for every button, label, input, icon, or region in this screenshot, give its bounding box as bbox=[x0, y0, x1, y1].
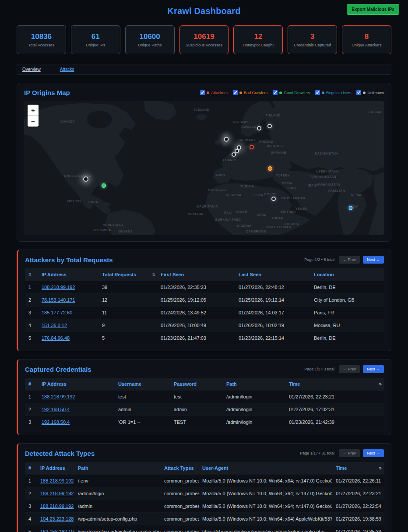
ip-address-link[interactable]: 188.218.99.192 bbox=[40, 491, 74, 496]
next-page-button[interactable]: Next → bbox=[363, 256, 384, 264]
map-marker-unknown[interactable] bbox=[257, 126, 261, 130]
stat-value: 10619 bbox=[193, 32, 214, 41]
legend-checkbox[interactable] bbox=[315, 90, 320, 95]
column-header-label: First Seen bbox=[161, 272, 184, 277]
column-header-label: IP Address bbox=[42, 272, 67, 277]
map-marker-good_crawler[interactable] bbox=[102, 183, 106, 188]
stat-label: Unique IPs bbox=[86, 43, 105, 47]
attackers-panel-head: Attackers by Total Requests Page 1/2 • 8… bbox=[25, 256, 384, 264]
ip-address-link[interactable]: 192.168.50.4 bbox=[42, 407, 70, 412]
table-cell: 2 bbox=[25, 403, 38, 416]
column-header: Username bbox=[115, 378, 170, 391]
map-legend: AttackersBad CrawlersGood CrawlersRegula… bbox=[200, 90, 384, 95]
legend-label: Regular Users bbox=[326, 91, 352, 95]
map-marker-unknown[interactable] bbox=[267, 124, 272, 128]
column-header-label: IP Address bbox=[40, 465, 65, 471]
credentials-panel-head: Captured Credentials Page 1/1 • 3 total … bbox=[25, 365, 384, 373]
table-row: 4151.36.0.12901/26/2026, 18:00:4901/26/2… bbox=[25, 319, 384, 332]
sort-icon[interactable]: ⇅ bbox=[379, 382, 382, 386]
tab-overview[interactable]: Overview bbox=[22, 67, 41, 72]
legend-checkbox[interactable] bbox=[200, 90, 205, 95]
table-cell: 185.177.72.60 bbox=[38, 307, 98, 319]
world-map[interactable]: CANADAUNITED STATESMEXICOCUBAVENEZUELACO… bbox=[24, 101, 384, 235]
legend-item-good-crawlers[interactable]: Good Crawlers bbox=[273, 90, 310, 95]
column-header[interactable]: Total Requests⇅ bbox=[98, 268, 157, 281]
prev-page-button[interactable]: ← Prev bbox=[339, 449, 360, 457]
ip-address-link[interactable]: 162.158.182.104 bbox=[40, 529, 74, 532]
map-marker-bad_crawler[interactable] bbox=[268, 166, 272, 171]
table-cell: 'OR 1=1 -- bbox=[115, 416, 170, 429]
map-marker-attacker[interactable] bbox=[250, 145, 254, 149]
ip-address-link[interactable]: 192.168.50.4 bbox=[42, 419, 70, 425]
stat-value: 8 bbox=[365, 32, 369, 41]
map-marker-unknown[interactable] bbox=[271, 197, 276, 201]
ip-address-link[interactable]: 188.218.99.192 bbox=[42, 394, 75, 399]
ip-address-link[interactable]: 188.218.99.192 bbox=[40, 478, 74, 483]
stat-card-unique-attackers: 8 Unique Attackers bbox=[342, 25, 391, 54]
zoom-in-button[interactable]: + bbox=[28, 105, 39, 116]
table-cell: 192.168.50.4 bbox=[38, 416, 115, 429]
sort-icon[interactable]: ⇅ bbox=[379, 466, 382, 470]
table-cell: 188.218.99.192 bbox=[38, 391, 115, 403]
ip-address-link[interactable]: 78.153.140.171 bbox=[42, 297, 75, 303]
table-header-row: #IP AddressTotal Requests⇅First SeenLast… bbox=[25, 268, 384, 281]
table-cell: 01/26/2026, 18:00:49 bbox=[157, 319, 235, 332]
ip-address-link[interactable]: 104.23.223.128 bbox=[40, 516, 74, 521]
table-cell: TEST bbox=[170, 416, 223, 429]
legend-item-regular-users[interactable]: Regular Users bbox=[315, 90, 352, 95]
ip-address-link[interactable]: 176.84.96.48 bbox=[42, 335, 70, 341]
map-marker-unknown[interactable] bbox=[224, 137, 229, 141]
table-row: 2192.168.50.4adminadmin/admin/login01/27… bbox=[25, 403, 384, 416]
table-cell: 3 bbox=[25, 307, 38, 319]
zoom-out-button[interactable]: − bbox=[28, 116, 39, 127]
stat-label: Unique Attackers bbox=[352, 43, 382, 47]
map-marker-unknown[interactable] bbox=[232, 152, 236, 157]
attackers-table: #IP AddressTotal Requests⇅First SeenLast… bbox=[25, 268, 384, 344]
table-cell: 01/25/2026, 19:12:14 bbox=[235, 294, 310, 307]
map-marker-unknown[interactable] bbox=[83, 176, 88, 182]
legend-label: Unknown bbox=[367, 91, 384, 95]
attack-types-panel: Detected Attack Types Page 1/17 • 81 tot… bbox=[17, 443, 391, 532]
table-cell: 4 bbox=[25, 513, 37, 525]
stat-label: Honeypot Caught bbox=[243, 43, 274, 47]
table-cell: Mozilla/5.0 (Windows NT 10.0; Win64; x64… bbox=[199, 513, 332, 525]
legend-item-unknown[interactable]: Unknown bbox=[356, 90, 384, 95]
table-cell: /admin/login bbox=[223, 416, 285, 429]
tab-bar: Overview Attacks bbox=[17, 64, 391, 75]
stat-label: Credentials Captured bbox=[294, 43, 331, 47]
attack-types-panel-head: Detected Attack Types Page 1/17 • 81 tot… bbox=[25, 449, 384, 457]
map-marker-regular_user[interactable] bbox=[349, 206, 353, 210]
stat-card-total-accesses: 10836 Total Accesses bbox=[17, 25, 66, 54]
table-cell: 1 bbox=[25, 475, 37, 487]
prev-page-button[interactable]: ← Prev bbox=[339, 365, 360, 373]
ip-address-link[interactable]: 188.218.99.192 bbox=[42, 285, 75, 290]
ip-address-link[interactable]: 151.36.0.12 bbox=[42, 323, 67, 328]
map-panel-title: IP Origins Map bbox=[24, 89, 70, 96]
legend-item-attackers[interactable]: Attackers bbox=[200, 90, 228, 95]
column-header-label: Last Seen bbox=[239, 272, 261, 277]
table-cell: /wp-admin/setup-config.php bbox=[74, 513, 161, 525]
legend-checkbox[interactable] bbox=[233, 90, 238, 95]
column-header[interactable]: Time⇅ bbox=[332, 462, 384, 475]
table-cell: Mozilla/5.0 (Windows NT 10.0; Win64; x64… bbox=[199, 487, 332, 500]
column-header: Path bbox=[223, 378, 285, 391]
next-page-button[interactable]: Next → bbox=[363, 449, 384, 457]
ip-address-link[interactable]: 185.177.72.60 bbox=[42, 310, 72, 315]
prev-page-button[interactable]: ← Prev bbox=[339, 256, 360, 264]
pagination: Page 1/17 • 81 total ← Prev Next → bbox=[300, 449, 384, 457]
next-page-button[interactable]: Next → bbox=[363, 365, 384, 373]
column-header-label: Password bbox=[174, 381, 197, 387]
ip-address-link[interactable]: 188.218.99.192 bbox=[40, 504, 74, 509]
column-header-label: # bbox=[28, 465, 31, 471]
map-zoom-controls: + − bbox=[28, 105, 39, 127]
column-header-label: User-Agent bbox=[202, 465, 228, 471]
attack-types-panel-title: Detected Attack Types bbox=[25, 450, 95, 457]
column-header[interactable]: Time⇅ bbox=[285, 378, 384, 391]
legend-checkbox[interactable] bbox=[273, 90, 278, 95]
export-malicious-ips-button[interactable]: Export Malicious IPs bbox=[347, 4, 399, 15]
legend-checkbox[interactable] bbox=[356, 90, 361, 95]
legend-item-bad-crawlers[interactable]: Bad Crawlers bbox=[233, 90, 267, 95]
tab-attacks[interactable]: Attacks bbox=[60, 67, 74, 72]
sort-icon[interactable]: ⇅ bbox=[152, 273, 155, 277]
stat-value: 10836 bbox=[31, 32, 52, 41]
